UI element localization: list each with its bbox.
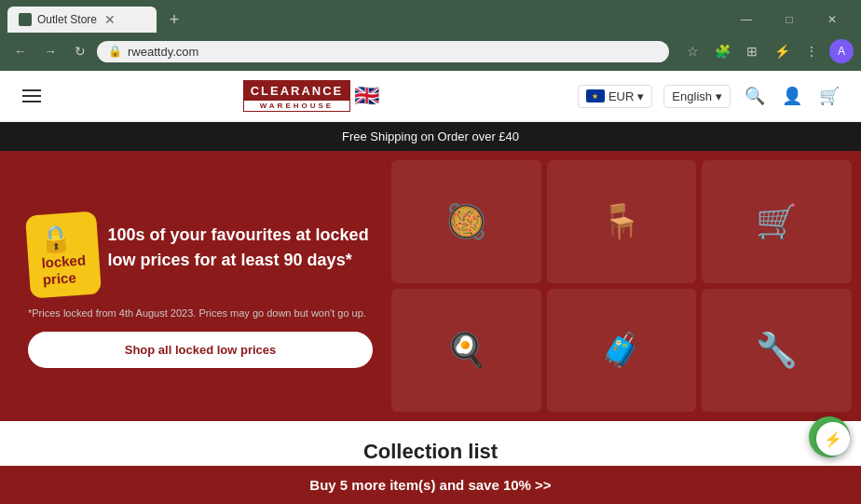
shop-locked-prices-button[interactable]: Shop all locked low prices bbox=[28, 332, 373, 368]
address-bar[interactable]: 🔒 rweattdy.com bbox=[97, 41, 669, 62]
minimize-button[interactable]: — bbox=[725, 6, 768, 34]
tab-close-button[interactable]: ✕ bbox=[104, 12, 116, 27]
hero-products-grid: 🥘 🪑 🛒 🍳 🧳 🔧 bbox=[391, 151, 861, 421]
hero-title: 100s of your favourites at locked low pr… bbox=[108, 213, 373, 273]
browser-chrome: Outlet Store ✕ + — □ ✕ ← → ↻ 🔒 rweattdy.… bbox=[0, 0, 861, 71]
shipping-banner: Free Shipping on Order over £40 bbox=[0, 122, 861, 151]
browser-controls: ← → ↻ 🔒 rweattdy.com ☆ 🧩 ⊞ ⚡ ⋮ A bbox=[0, 34, 861, 71]
language-chevron-icon: ▾ bbox=[716, 89, 722, 103]
account-button[interactable]: 👤 bbox=[779, 83, 805, 109]
hero-product-5: 🧳 bbox=[547, 289, 697, 412]
locked-price-badge: 🔒 locked price bbox=[25, 211, 102, 298]
eu-flag-icon: ★ bbox=[586, 89, 605, 102]
refresh-button[interactable]: ↻ bbox=[67, 38, 93, 64]
hamburger-line1 bbox=[22, 89, 41, 91]
language-selector[interactable]: English ▾ bbox=[663, 85, 731, 108]
extension2-icon[interactable]: ⊞ bbox=[740, 39, 764, 63]
badge-line2: price bbox=[42, 269, 76, 287]
collection-title: Collection list bbox=[19, 440, 842, 464]
search-button[interactable]: 🔍 bbox=[742, 83, 768, 109]
new-tab-button[interactable]: + bbox=[162, 7, 186, 32]
close-button[interactable]: ✕ bbox=[811, 6, 854, 34]
tab-title: Outlet Store bbox=[37, 13, 97, 26]
currency-label: EUR bbox=[608, 89, 634, 103]
maximize-button[interactable]: □ bbox=[768, 6, 811, 34]
lock-icon: 🔒 bbox=[39, 221, 86, 254]
hero-disclaimer: *Prices locked from 4th August 2023. Pri… bbox=[28, 307, 373, 319]
site-header: CLEARANCE WAREHOUSE 🇬🇧 ★ EUR ▾ English ▾… bbox=[0, 71, 861, 122]
hamburger-line2 bbox=[22, 95, 41, 97]
badge-line1: locked bbox=[41, 252, 87, 270]
hero-product-2: 🪑 bbox=[547, 160, 697, 283]
site-logo[interactable]: CLEARANCE WAREHOUSE 🇬🇧 bbox=[243, 80, 380, 112]
language-label: English bbox=[672, 89, 712, 103]
currency-selector[interactable]: ★ EUR ▾ bbox=[578, 85, 652, 108]
badge-wrapper: 🔒 locked price 100s of your favourites a… bbox=[28, 213, 373, 296]
logo-text-stack: CLEARANCE WAREHOUSE bbox=[243, 80, 351, 112]
more-options-icon[interactable]: ⋮ bbox=[800, 39, 824, 63]
shipping-text: Free Shipping on Order over £40 bbox=[342, 129, 519, 143]
header-right: ★ EUR ▾ English ▾ 🔍 👤 🛒 bbox=[578, 83, 842, 109]
bottom-promo-banner[interactable]: Buy 5 more item(s) and save 10% >> bbox=[0, 466, 861, 504]
logo-flag: 🇬🇧 bbox=[354, 84, 379, 108]
logo-clearance-text: CLEARANCE bbox=[243, 80, 351, 100]
scan-icon: ⚡ bbox=[824, 430, 842, 448]
bookmark-icon[interactable]: ☆ bbox=[680, 39, 704, 63]
url-text: rweattdy.com bbox=[128, 45, 198, 59]
scan-button[interactable]: ⚡ bbox=[816, 422, 850, 456]
hamburger-line3 bbox=[22, 101, 41, 102]
forward-button[interactable]: → bbox=[37, 38, 63, 64]
cart-button[interactable]: 🛒 bbox=[816, 83, 842, 109]
hero-product-3: 🛒 bbox=[702, 160, 852, 283]
hero-inner: 🔒 locked price 100s of your favourites a… bbox=[0, 151, 861, 421]
tab-bar: Outlet Store ✕ + — □ ✕ bbox=[0, 0, 861, 34]
logo-warehouse-text: WAREHOUSE bbox=[243, 100, 351, 112]
tab-favicon bbox=[19, 13, 32, 26]
extension-puzzle-icon[interactable]: 🧩 bbox=[710, 39, 734, 63]
window-controls: — □ ✕ bbox=[725, 6, 854, 34]
hero-product-6: 🔧 bbox=[702, 289, 852, 412]
browser-actions: ☆ 🧩 ⊞ ⚡ ⋮ A bbox=[680, 39, 854, 63]
hero-product-4: 🍳 bbox=[391, 289, 541, 412]
hero-content: 🔒 locked price 100s of your favourites a… bbox=[0, 151, 391, 421]
ssl-lock-icon: 🔒 bbox=[108, 45, 122, 58]
hero-section: 🔒 locked price 100s of your favourites a… bbox=[0, 151, 861, 421]
back-button[interactable]: ← bbox=[7, 38, 34, 64]
website: CLEARANCE WAREHOUSE 🇬🇧 ★ EUR ▾ English ▾… bbox=[0, 71, 861, 504]
hamburger-menu[interactable] bbox=[19, 86, 45, 106]
currency-chevron-icon: ▾ bbox=[637, 89, 644, 103]
profile-button[interactable]: A bbox=[829, 39, 854, 63]
hero-product-1: 🥘 bbox=[391, 160, 541, 283]
bottom-promo-text: Buy 5 more item(s) and save 10% >> bbox=[309, 477, 551, 493]
extension3-icon[interactable]: ⚡ bbox=[770, 39, 794, 63]
browser-tab[interactable]: Outlet Store ✕ bbox=[7, 7, 157, 33]
